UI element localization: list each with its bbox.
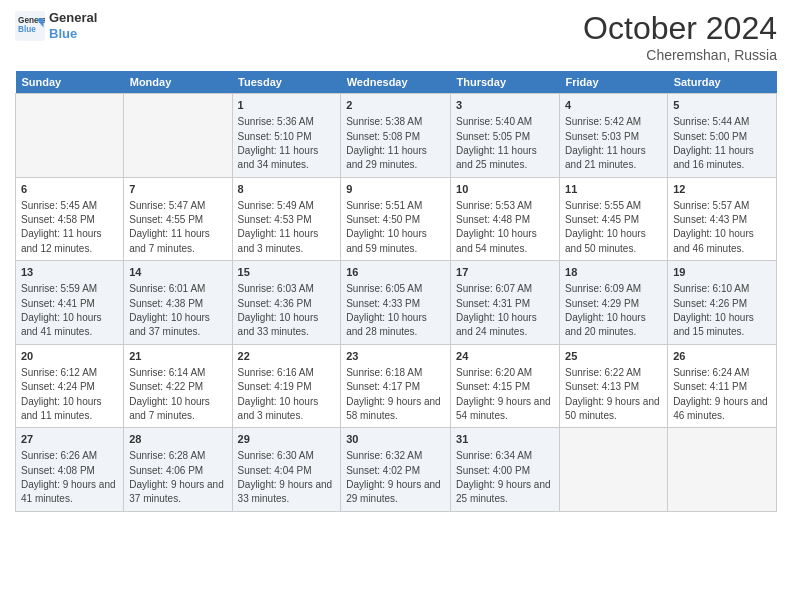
day-info: Sunrise: 6:32 AMSunset: 4:02 PMDaylight:… bbox=[346, 450, 441, 504]
location-subtitle: Cheremshan, Russia bbox=[583, 47, 777, 63]
day-number: 1 bbox=[238, 98, 336, 113]
day-info: Sunrise: 6:28 AMSunset: 4:06 PMDaylight:… bbox=[129, 450, 224, 504]
calendar-table: SundayMondayTuesdayWednesdayThursdayFrid… bbox=[15, 71, 777, 512]
weekday-header-monday: Monday bbox=[124, 71, 232, 94]
day-number: 30 bbox=[346, 432, 445, 447]
calendar-cell: 31Sunrise: 6:34 AMSunset: 4:00 PMDayligh… bbox=[451, 428, 560, 512]
day-number: 22 bbox=[238, 349, 336, 364]
calendar-cell bbox=[16, 94, 124, 178]
calendar-cell: 18Sunrise: 6:09 AMSunset: 4:29 PMDayligh… bbox=[560, 261, 668, 345]
weekday-header-wednesday: Wednesday bbox=[341, 71, 451, 94]
calendar-cell: 7Sunrise: 5:47 AMSunset: 4:55 PMDaylight… bbox=[124, 177, 232, 261]
calendar-cell: 27Sunrise: 6:26 AMSunset: 4:08 PMDayligh… bbox=[16, 428, 124, 512]
calendar-cell: 29Sunrise: 6:30 AMSunset: 4:04 PMDayligh… bbox=[232, 428, 341, 512]
calendar-cell: 6Sunrise: 5:45 AMSunset: 4:58 PMDaylight… bbox=[16, 177, 124, 261]
calendar-cell: 11Sunrise: 5:55 AMSunset: 4:45 PMDayligh… bbox=[560, 177, 668, 261]
weekday-header-row: SundayMondayTuesdayWednesdayThursdayFrid… bbox=[16, 71, 777, 94]
day-number: 9 bbox=[346, 182, 445, 197]
day-info: Sunrise: 6:14 AMSunset: 4:22 PMDaylight:… bbox=[129, 367, 210, 421]
calendar-cell bbox=[124, 94, 232, 178]
calendar-cell: 26Sunrise: 6:24 AMSunset: 4:11 PMDayligh… bbox=[668, 344, 777, 428]
weekday-header-friday: Friday bbox=[560, 71, 668, 94]
calendar-cell: 24Sunrise: 6:20 AMSunset: 4:15 PMDayligh… bbox=[451, 344, 560, 428]
weekday-header-sunday: Sunday bbox=[16, 71, 124, 94]
calendar-week-3: 13Sunrise: 5:59 AMSunset: 4:41 PMDayligh… bbox=[16, 261, 777, 345]
calendar-cell: 4Sunrise: 5:42 AMSunset: 5:03 PMDaylight… bbox=[560, 94, 668, 178]
day-number: 31 bbox=[456, 432, 554, 447]
day-info: Sunrise: 5:40 AMSunset: 5:05 PMDaylight:… bbox=[456, 116, 537, 170]
calendar-cell: 23Sunrise: 6:18 AMSunset: 4:17 PMDayligh… bbox=[341, 344, 451, 428]
calendar-cell: 20Sunrise: 6:12 AMSunset: 4:24 PMDayligh… bbox=[16, 344, 124, 428]
logo-icon: General Blue bbox=[15, 11, 45, 41]
calendar-cell: 25Sunrise: 6:22 AMSunset: 4:13 PMDayligh… bbox=[560, 344, 668, 428]
day-info: Sunrise: 5:49 AMSunset: 4:53 PMDaylight:… bbox=[238, 200, 319, 254]
calendar-cell: 17Sunrise: 6:07 AMSunset: 4:31 PMDayligh… bbox=[451, 261, 560, 345]
calendar-cell: 12Sunrise: 5:57 AMSunset: 4:43 PMDayligh… bbox=[668, 177, 777, 261]
weekday-header-tuesday: Tuesday bbox=[232, 71, 341, 94]
day-number: 15 bbox=[238, 265, 336, 280]
day-info: Sunrise: 6:07 AMSunset: 4:31 PMDaylight:… bbox=[456, 283, 537, 337]
day-number: 29 bbox=[238, 432, 336, 447]
day-number: 26 bbox=[673, 349, 771, 364]
calendar-cell bbox=[668, 428, 777, 512]
calendar-cell bbox=[560, 428, 668, 512]
day-info: Sunrise: 6:34 AMSunset: 4:00 PMDaylight:… bbox=[456, 450, 551, 504]
calendar-cell: 21Sunrise: 6:14 AMSunset: 4:22 PMDayligh… bbox=[124, 344, 232, 428]
calendar-cell: 9Sunrise: 5:51 AMSunset: 4:50 PMDaylight… bbox=[341, 177, 451, 261]
calendar-cell: 28Sunrise: 6:28 AMSunset: 4:06 PMDayligh… bbox=[124, 428, 232, 512]
day-info: Sunrise: 5:42 AMSunset: 5:03 PMDaylight:… bbox=[565, 116, 646, 170]
day-number: 23 bbox=[346, 349, 445, 364]
day-info: Sunrise: 5:36 AMSunset: 5:10 PMDaylight:… bbox=[238, 116, 319, 170]
day-info: Sunrise: 5:57 AMSunset: 4:43 PMDaylight:… bbox=[673, 200, 754, 254]
day-info: Sunrise: 6:10 AMSunset: 4:26 PMDaylight:… bbox=[673, 283, 754, 337]
day-number: 27 bbox=[21, 432, 118, 447]
calendar-cell: 2Sunrise: 5:38 AMSunset: 5:08 PMDaylight… bbox=[341, 94, 451, 178]
day-number: 7 bbox=[129, 182, 226, 197]
svg-text:Blue: Blue bbox=[18, 25, 36, 34]
day-number: 20 bbox=[21, 349, 118, 364]
calendar-cell: 30Sunrise: 6:32 AMSunset: 4:02 PMDayligh… bbox=[341, 428, 451, 512]
day-info: Sunrise: 5:51 AMSunset: 4:50 PMDaylight:… bbox=[346, 200, 427, 254]
day-number: 24 bbox=[456, 349, 554, 364]
day-number: 12 bbox=[673, 182, 771, 197]
day-info: Sunrise: 6:01 AMSunset: 4:38 PMDaylight:… bbox=[129, 283, 210, 337]
day-number: 16 bbox=[346, 265, 445, 280]
day-info: Sunrise: 5:44 AMSunset: 5:00 PMDaylight:… bbox=[673, 116, 754, 170]
calendar-week-5: 27Sunrise: 6:26 AMSunset: 4:08 PMDayligh… bbox=[16, 428, 777, 512]
weekday-header-thursday: Thursday bbox=[451, 71, 560, 94]
day-info: Sunrise: 6:24 AMSunset: 4:11 PMDaylight:… bbox=[673, 367, 768, 421]
day-number: 3 bbox=[456, 98, 554, 113]
calendar-cell: 1Sunrise: 5:36 AMSunset: 5:10 PMDaylight… bbox=[232, 94, 341, 178]
day-info: Sunrise: 5:47 AMSunset: 4:55 PMDaylight:… bbox=[129, 200, 210, 254]
day-info: Sunrise: 5:59 AMSunset: 4:41 PMDaylight:… bbox=[21, 283, 102, 337]
title-block: October 2024 Cheremshan, Russia bbox=[583, 10, 777, 63]
day-number: 6 bbox=[21, 182, 118, 197]
calendar-cell: 19Sunrise: 6:10 AMSunset: 4:26 PMDayligh… bbox=[668, 261, 777, 345]
day-info: Sunrise: 6:20 AMSunset: 4:15 PMDaylight:… bbox=[456, 367, 551, 421]
page: General Blue General Blue October 2024 C… bbox=[0, 0, 792, 612]
day-number: 25 bbox=[565, 349, 662, 364]
day-number: 4 bbox=[565, 98, 662, 113]
day-number: 21 bbox=[129, 349, 226, 364]
calendar-cell: 15Sunrise: 6:03 AMSunset: 4:36 PMDayligh… bbox=[232, 261, 341, 345]
day-info: Sunrise: 5:45 AMSunset: 4:58 PMDaylight:… bbox=[21, 200, 102, 254]
month-title: October 2024 bbox=[583, 10, 777, 47]
day-info: Sunrise: 6:12 AMSunset: 4:24 PMDaylight:… bbox=[21, 367, 102, 421]
day-number: 5 bbox=[673, 98, 771, 113]
day-number: 8 bbox=[238, 182, 336, 197]
calendar-cell: 14Sunrise: 6:01 AMSunset: 4:38 PMDayligh… bbox=[124, 261, 232, 345]
day-info: Sunrise: 5:55 AMSunset: 4:45 PMDaylight:… bbox=[565, 200, 646, 254]
logo: General Blue General Blue bbox=[15, 10, 97, 41]
day-info: Sunrise: 5:53 AMSunset: 4:48 PMDaylight:… bbox=[456, 200, 537, 254]
day-info: Sunrise: 6:03 AMSunset: 4:36 PMDaylight:… bbox=[238, 283, 319, 337]
day-number: 14 bbox=[129, 265, 226, 280]
day-number: 13 bbox=[21, 265, 118, 280]
header: General Blue General Blue October 2024 C… bbox=[15, 10, 777, 63]
day-info: Sunrise: 6:16 AMSunset: 4:19 PMDaylight:… bbox=[238, 367, 319, 421]
calendar-cell: 3Sunrise: 5:40 AMSunset: 5:05 PMDaylight… bbox=[451, 94, 560, 178]
calendar-cell: 22Sunrise: 6:16 AMSunset: 4:19 PMDayligh… bbox=[232, 344, 341, 428]
weekday-header-saturday: Saturday bbox=[668, 71, 777, 94]
calendar-week-4: 20Sunrise: 6:12 AMSunset: 4:24 PMDayligh… bbox=[16, 344, 777, 428]
calendar-cell: 16Sunrise: 6:05 AMSunset: 4:33 PMDayligh… bbox=[341, 261, 451, 345]
calendar-cell: 13Sunrise: 5:59 AMSunset: 4:41 PMDayligh… bbox=[16, 261, 124, 345]
